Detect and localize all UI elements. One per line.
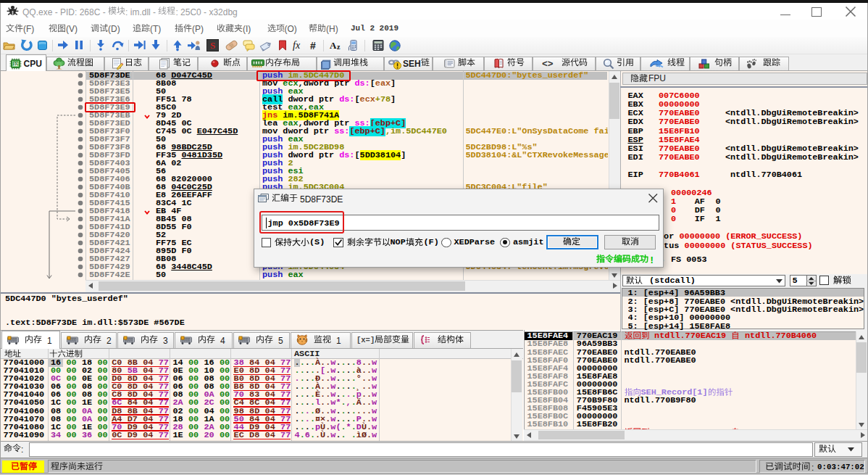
- svg-text:#: #: [310, 40, 316, 51]
- svg-text:A: A: [330, 40, 337, 51]
- svg-text:32: 32: [12, 62, 18, 67]
- svg-text:z: z: [337, 43, 341, 51]
- svg-text:S: S: [210, 40, 215, 51]
- svg-text:<>: <>: [542, 59, 554, 70]
- svg-text:fx: fx: [293, 40, 301, 51]
- svg-text:[x=]: [x=]: [356, 336, 375, 344]
